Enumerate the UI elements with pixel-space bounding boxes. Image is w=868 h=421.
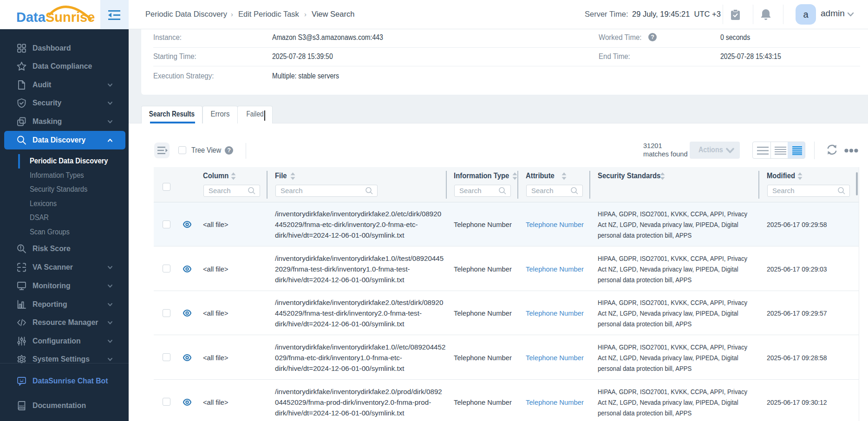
svg-text:DOC: DOC [19, 405, 25, 408]
svg-text:Data: Data [16, 10, 46, 25]
